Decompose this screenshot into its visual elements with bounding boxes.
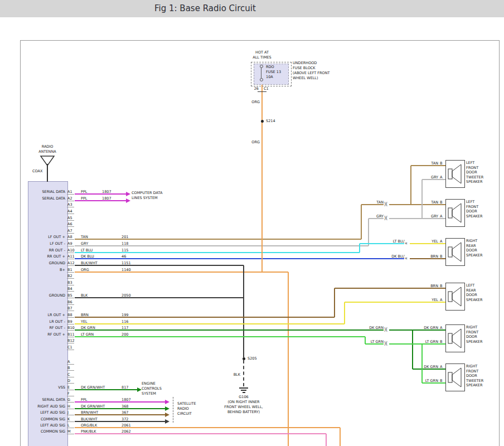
pin-label: A12	[67, 261, 75, 266]
speaker-name-line: SPEAKER	[466, 383, 483, 388]
wire-segment	[75, 193, 126, 195]
wire-segment	[261, 84, 263, 272]
fuse-icon	[261, 67, 261, 78]
speaker-pin-label: B	[440, 200, 442, 205]
connector-left-label: LR OUT +	[20, 313, 65, 318]
connector-left-label: COMMON SIG	[20, 417, 65, 422]
pin-label: D	[67, 379, 70, 384]
speaker-name-line: FRONT	[466, 330, 478, 335]
wire-color-label: TAN	[416, 161, 438, 166]
pin-label: B7	[67, 306, 72, 311]
wire-color-label: DK GRN	[359, 326, 384, 331]
connector-left-label: GROUND	[20, 293, 65, 298]
pin-label: M	[67, 429, 71, 434]
speaker-name-line: REAR	[466, 244, 476, 249]
wire-segment	[75, 258, 406, 259]
pin-label: B9	[67, 319, 72, 324]
antenna-label: RADIO	[31, 144, 64, 149]
wire-color-label: DK GRN	[416, 326, 438, 331]
pin-label: F	[67, 391, 70, 396]
wire-color-label: LT BLU	[380, 239, 405, 244]
wire-segment	[75, 414, 165, 415]
pin-label: B1	[67, 268, 72, 273]
pin-label: A2	[67, 196, 72, 201]
inline-connector-symbol: )(	[384, 202, 388, 207]
fuse-location-label: UNDERHOOD	[293, 61, 317, 66]
wire-segment	[75, 265, 244, 266]
wire-segment	[326, 434, 327, 446]
pin-label: A1	[67, 190, 72, 195]
pin-label: B	[67, 366, 70, 371]
wire-segment	[412, 330, 413, 369]
speaker-pin-label: A	[440, 365, 442, 370]
speaker-icon	[446, 364, 464, 391]
speaker-name-line: LEFT	[466, 161, 474, 166]
connector-left-label: LF OUT -	[20, 241, 65, 246]
speaker-name-line: REAR	[466, 288, 476, 293]
wire-segment	[340, 428, 341, 446]
connector-left-label: RF OUT +	[20, 332, 65, 337]
wire-segment	[243, 265, 244, 357]
speaker-box	[445, 363, 465, 391]
inline-connector-symbol: )(	[384, 341, 388, 347]
connector-left-label: B+	[20, 268, 65, 273]
speaker-icon	[446, 239, 464, 265]
wire-segment	[288, 272, 289, 446]
ground-location-label: BEHIND BATTERY)	[210, 410, 277, 415]
wire-segment	[75, 323, 345, 324]
speaker-name-line: RIGHT	[466, 325, 477, 330]
wire-color-label: DK BLU	[380, 254, 405, 259]
pin-label: H	[67, 404, 70, 409]
speaker-pin-label: B	[440, 340, 442, 345]
pin-label: A	[67, 360, 70, 365]
wire-segment	[75, 317, 335, 318]
wiring-diagram-canvas: A1SERIAL DATAPPL1807A2SERIAL DATAPPL1807…	[0, 0, 504, 446]
speaker-name-line: TWEETER	[466, 379, 483, 384]
arrowhead	[165, 419, 169, 424]
speaker-name-line: DOOR	[466, 248, 477, 253]
speaker-icon	[446, 161, 464, 187]
speaker-name-line: DOOR	[466, 374, 477, 379]
wire-segment	[75, 239, 361, 240]
ground-icon	[239, 387, 248, 389]
hot-at-all-times-label: HOT AT	[244, 50, 280, 55]
wire-color-label: GRY	[416, 175, 438, 180]
speaker-pin-label: A	[440, 326, 442, 331]
fuse-terminal-label: 26	[248, 86, 259, 91]
destination-label: SYSTEM	[142, 391, 156, 396]
wire-color-label: TAN	[416, 200, 438, 205]
speaker-name-line: SPEAKER	[466, 253, 483, 258]
wire-segment	[75, 252, 360, 253]
speaker-pin-label: B	[440, 379, 442, 384]
speaker-name-line: SPEAKER	[466, 180, 483, 185]
wire-segment	[368, 219, 369, 246]
speaker-name-line: DOOR	[466, 170, 477, 175]
speaker-pin-label: A	[440, 175, 442, 180]
fuse-location-label: WHEEL WELL)	[293, 76, 318, 81]
splice-dot	[261, 120, 264, 123]
pin-label: A9	[67, 241, 72, 246]
connector-left-label: GROUND	[20, 261, 65, 266]
wire-color-label: DK GRN	[416, 365, 438, 370]
inline-connector-symbol: «	[404, 241, 408, 246]
speaker-box	[445, 324, 465, 352]
connector-left-label: RF OUT -	[20, 326, 65, 331]
antenna-lead	[47, 164, 48, 182]
connector-left-label: RR OUT -	[20, 248, 65, 253]
wire-segment	[75, 297, 244, 298]
connector-left-label: LR OUT -	[20, 319, 65, 324]
wire-segment	[421, 180, 423, 219]
pin-label: A10	[67, 248, 75, 253]
fuse-label: RDO	[266, 65, 274, 70]
speaker-pin-label: A	[440, 239, 442, 244]
inline-connector-symbol: «	[404, 256, 408, 261]
wire-segment	[75, 329, 385, 331]
destination-label: ENGINE	[142, 381, 156, 386]
fuse-label: FUSE 13	[266, 70, 281, 75]
pin-label: B3	[67, 280, 72, 285]
speaker-name-line: SPEAKER	[466, 298, 483, 303]
pin-label: K	[67, 417, 70, 422]
connector-left-label: VSS	[20, 385, 65, 390]
wire-color-label: YEL	[416, 239, 438, 244]
fuse-location-label: (ABOVE LEFT FRONT	[293, 71, 330, 76]
